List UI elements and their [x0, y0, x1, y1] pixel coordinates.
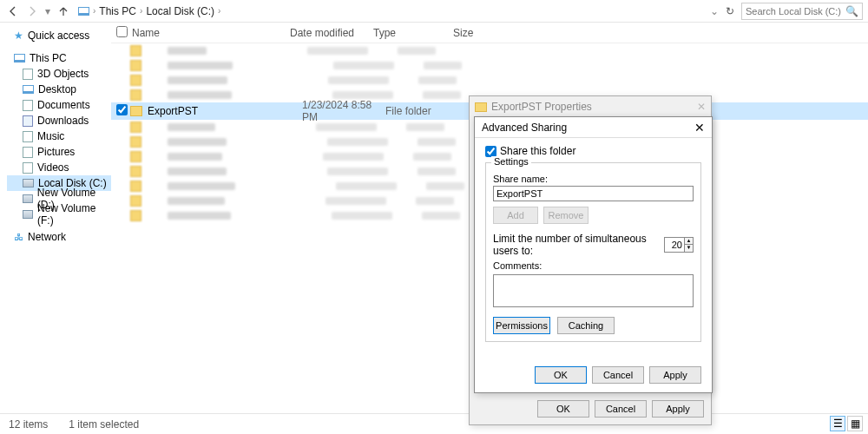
spin-up-icon[interactable]: ▲: [684, 238, 693, 245]
view-icons-button[interactable]: ▦: [847, 416, 863, 431]
sidebar-item-documents[interactable]: Documents: [7, 97, 111, 113]
sidebar-label: Pictures: [37, 146, 75, 158]
disk-icon: [23, 210, 33, 219]
address-bar: ▾ › This PC › Local Disk (C:) › ⌄ ↻ 🔍: [0, 0, 868, 23]
col-type[interactable]: Type: [373, 27, 453, 39]
close-icon[interactable]: ✕: [694, 121, 705, 135]
sidebar-item-downloads[interactable]: Downloads: [7, 113, 111, 128]
breadcrumb-seg[interactable]: Local Disk (C:): [146, 5, 214, 17]
sidebar-label: Documents: [37, 99, 90, 111]
dialog-titlebar[interactable]: Advanced Sharing ✕: [475, 117, 712, 138]
disk-icon: [23, 194, 33, 203]
share-checkbox[interactable]: [485, 146, 496, 157]
permissions-button[interactable]: Permissions: [493, 317, 550, 334]
search-box[interactable]: 🔍: [741, 3, 863, 20]
file-type: File folder: [385, 105, 465, 117]
breadcrumb[interactable]: › This PC › Local Disk (C:) ›: [78, 5, 707, 17]
sidebar-network[interactable]: 🖧Network: [7, 229, 111, 245]
sidebar-label: Quick access: [28, 30, 89, 42]
sidebar-item-newvolume-f[interactable]: New Volume (F:): [7, 207, 111, 222]
file-row-blurred: [111, 73, 868, 88]
selectall-checkbox[interactable]: [116, 26, 128, 37]
share-name-input[interactable]: [493, 186, 694, 201]
sidebar-item-pictures[interactable]: Pictures: [7, 144, 111, 160]
share-label: Share this folder: [500, 145, 575, 157]
address-dropdown-icon[interactable]: ⌄: [710, 5, 719, 17]
videos-icon: [23, 162, 33, 174]
pc-icon: [14, 54, 25, 62]
chevron-right-icon: ›: [218, 6, 220, 16]
comments-label: Comments:: [493, 260, 694, 271]
cube-icon: [23, 69, 33, 80]
downloads-icon: [23, 115, 33, 127]
col-name[interactable]: Name: [130, 27, 290, 39]
status-total: 12 items: [9, 418, 48, 431]
spin-down-icon[interactable]: ▼: [684, 245, 693, 252]
properties-ok-button[interactable]: OK: [537, 400, 589, 418]
sidebar-label: Videos: [37, 161, 69, 174]
sidebar-label: Downloads: [37, 115, 89, 127]
comments-input[interactable]: [493, 274, 694, 307]
desktop-icon: [23, 85, 34, 94]
sidebar-quick-access[interactable]: ★Quick access: [7, 28, 111, 43]
properties-titlebar[interactable]: ExportPST Properties ✕: [470, 96, 711, 117]
sidebar-label: Network: [28, 231, 66, 243]
col-size[interactable]: Size: [453, 27, 505, 39]
pictures-icon: [23, 147, 33, 158]
star-icon: ★: [14, 30, 23, 42]
limit-label: Limit the number of simultaneous users t…: [493, 233, 659, 257]
sidebar-label: Desktop: [38, 83, 76, 95]
file-name[interactable]: ExportPST: [148, 105, 302, 117]
ok-button[interactable]: OK: [535, 366, 587, 384]
caching-button[interactable]: Caching: [557, 317, 615, 334]
documents-icon: [23, 100, 33, 111]
search-input[interactable]: [746, 6, 841, 16]
view-details-button[interactable]: ☰: [830, 416, 845, 431]
limit-input[interactable]: [665, 240, 684, 250]
network-icon: 🖧: [14, 232, 23, 242]
back-button[interactable]: [5, 3, 21, 19]
row-checkbox[interactable]: [116, 104, 128, 115]
forward-button[interactable]: [24, 3, 40, 19]
settings-group: Settings Share name: Add Remove Limit th…: [485, 162, 701, 342]
sidebar-item-music[interactable]: Music: [7, 128, 111, 144]
chevron-right-icon: ›: [93, 6, 95, 16]
view-switcher: ☰ ▦: [830, 416, 863, 431]
advanced-sharing-dialog: Advanced Sharing ✕ Share this folder Set…: [474, 116, 713, 393]
nav-sidebar: ★Quick access This PC 3D Objects Desktop…: [0, 23, 111, 411]
add-button[interactable]: Add: [493, 207, 538, 224]
sidebar-label: New Volume (F:): [37, 202, 108, 227]
sidebar-item-videos[interactable]: Videos: [7, 160, 111, 175]
sidebar-item-desktop[interactable]: Desktop: [7, 82, 111, 97]
folder-icon: [130, 106, 142, 116]
folder-icon: [475, 102, 487, 112]
history-dropdown-icon[interactable]: ▾: [43, 5, 52, 17]
sidebar-label: Music: [37, 130, 64, 142]
properties-apply-button[interactable]: Apply: [652, 400, 704, 418]
sidebar-label: 3D Objects: [37, 68, 89, 80]
file-row-blurred: [111, 43, 868, 58]
status-selected: 1 item selected: [69, 418, 139, 431]
dialog-title: Advanced Sharing: [482, 122, 567, 134]
breadcrumb-seg[interactable]: This PC: [99, 5, 136, 17]
col-date[interactable]: Date modified: [290, 27, 373, 39]
share-name-label: Share name:: [493, 174, 694, 184]
up-button[interactable]: [56, 3, 71, 19]
pc-icon: [78, 7, 89, 16]
sidebar-item-3dobjects[interactable]: 3D Objects: [7, 66, 111, 82]
chevron-right-icon: ›: [140, 6, 142, 16]
limit-spinner[interactable]: ▲▼: [664, 237, 694, 253]
remove-button[interactable]: Remove: [543, 207, 589, 224]
apply-button[interactable]: Apply: [649, 366, 701, 384]
share-this-folder-row[interactable]: Share this folder: [485, 145, 701, 157]
column-headers[interactable]: Name Date modified Type Size: [111, 23, 868, 43]
file-date: 1/23/2024 8:58 PM: [302, 99, 385, 123]
sidebar-this-pc[interactable]: This PC: [7, 50, 111, 66]
cancel-button[interactable]: Cancel: [592, 366, 644, 384]
close-icon[interactable]: ✕: [697, 101, 706, 113]
music-icon: [23, 131, 33, 142]
settings-legend: Settings: [491, 156, 531, 167]
refresh-button[interactable]: ↻: [722, 5, 738, 17]
properties-title: ExportPST Properties: [491, 101, 592, 113]
properties-cancel-button[interactable]: Cancel: [595, 400, 647, 418]
